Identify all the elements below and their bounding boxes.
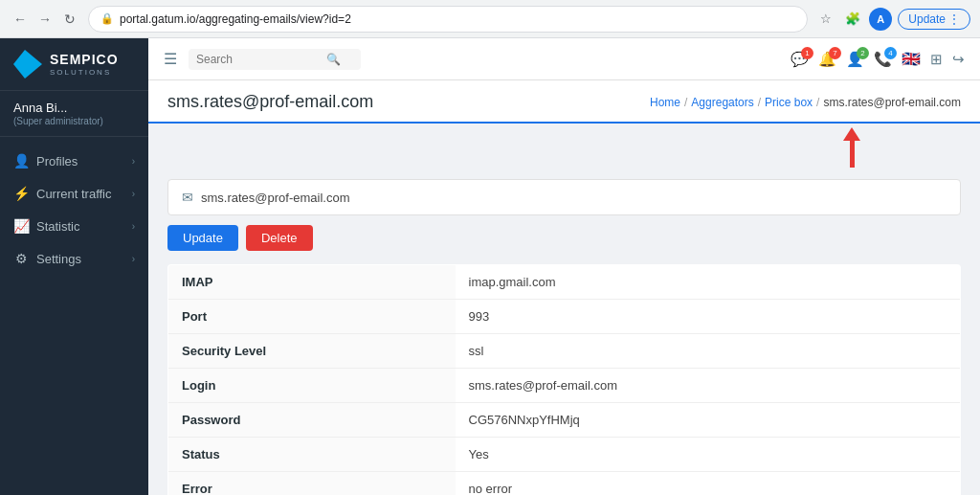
email-header-text: sms.rates@prof-email.com [201, 191, 350, 205]
email-icon: ✉ [182, 190, 193, 205]
table-row: Password CG576NNxpYfHMjq [168, 403, 961, 438]
page-header: sms.rates@prof-email.com Home / Aggregat… [148, 80, 980, 124]
settings-nav-icon: ⚙ [13, 251, 29, 266]
logo-text: SEMPICO SOLUTIONS [50, 52, 119, 77]
table-row: Error no error [168, 472, 961, 496]
address-bar[interactable]: 🔒 portal.gatum.io/aggregating-emails/vie… [88, 6, 808, 33]
chevron-icon: › [132, 221, 135, 232]
chat-count: 1 [801, 47, 813, 59]
nav-item-left: 📈 Statistic [13, 218, 80, 234]
browser-update-button[interactable]: Update ⋮ [898, 9, 970, 30]
field-value: imap.gmail.com [456, 265, 961, 300]
grid-icon[interactable]: ⊞ [930, 51, 943, 68]
person-count: 2 [857, 47, 869, 59]
table-row: IMAP imap.gmail.com [168, 265, 961, 300]
sidebar: SEMPICO SOLUTIONS Anna Bi... (Super admi… [0, 38, 148, 495]
browser-nav-buttons: ← → ↻ [10, 9, 80, 30]
table-row: Login sms.rates@prof-email.com [168, 369, 961, 403]
content-area: sms.rates@prof-email.com Home / Aggregat… [148, 80, 980, 495]
sidebar-item-settings[interactable]: ⚙ Settings › [0, 242, 148, 275]
sidebar-item-statistic[interactable]: 📈 Statistic › [0, 210, 148, 242]
nav-item-left: 👤 Profiles [13, 153, 78, 169]
field-key: Password [168, 403, 456, 438]
current-traffic-nav-icon: ⚡ [13, 186, 29, 201]
search-box[interactable]: 🔍 [189, 49, 361, 70]
field-key: Error [168, 472, 456, 496]
user-role: (Super administrator) [13, 116, 135, 126]
browser-profile-avatar[interactable]: A [869, 8, 892, 31]
field-value: no error [456, 472, 961, 496]
table-row: Security Level ssl [168, 334, 961, 369]
top-bar: ☰ 🔍 💬 1 🔔 7 👤 2 📞 [148, 38, 980, 80]
sidebar-logo: SEMPICO SOLUTIONS [0, 38, 148, 91]
field-key: Port [168, 300, 456, 334]
table-row: Status Yes [168, 438, 961, 472]
logo-sub: SOLUTIONS [50, 68, 119, 78]
sidebar-nav: 👤 Profiles › ⚡ Current traffic › 📈 Stati… [0, 137, 148, 495]
field-key: Status [168, 438, 456, 472]
refresh-button[interactable]: ↻ [59, 9, 80, 30]
browser-chrome: ← → ↻ 🔒 portal.gatum.io/aggregating-emai… [0, 0, 980, 38]
delete-button[interactable]: Delete [246, 225, 313, 251]
profiles-nav-icon: 👤 [13, 153, 29, 169]
top-bar-actions: 💬 1 🔔 7 👤 2 📞 4 🇬🇧 ⊞ ↪ [791, 50, 965, 68]
sidebar-item-profiles[interactable]: 👤 Profiles › [0, 145, 148, 177]
app-layout: SEMPICO SOLUTIONS Anna Bi... (Super admi… [0, 38, 980, 495]
arrow-head [843, 127, 860, 141]
detail-table: IMAP imap.gmail.com Port 993 Security Le… [167, 264, 961, 495]
chevron-icon: › [132, 156, 135, 167]
field-value: sms.rates@prof-email.com [456, 369, 961, 403]
field-value: ssl [456, 334, 961, 369]
field-key: IMAP [168, 265, 456, 300]
email-header-card: ✉ sms.rates@prof-email.com [167, 179, 961, 215]
arrow-annotation [843, 127, 860, 168]
table-row: Port 993 [168, 300, 961, 334]
star-icon[interactable]: ☆ [815, 9, 836, 30]
sidebar-label-statistic: Statistic [36, 219, 80, 234]
logo-icon [13, 50, 42, 79]
field-key: Login [168, 369, 456, 403]
sidebar-label-settings: Settings [36, 252, 81, 266]
breadcrumb: Home / Aggregators / Price box / sms.rat… [650, 96, 961, 109]
phone-count: 4 [884, 47, 897, 59]
update-button[interactable]: Update [167, 225, 238, 251]
action-buttons: Update Delete [167, 225, 961, 251]
breadcrumb-pricebox[interactable]: Price box [765, 96, 813, 109]
forward-button[interactable]: → [34, 9, 56, 30]
user-section: Anna Bi... (Super administrator) [0, 91, 148, 137]
content-inner: ✉ sms.rates@prof-email.com Update Delete… [148, 168, 980, 495]
chat-badge[interactable]: 💬 1 [791, 51, 809, 68]
sidebar-label-profiles: Profiles [36, 154, 78, 169]
statistic-nav-icon: 📈 [13, 218, 29, 234]
main-content: ☰ 🔍 💬 1 🔔 7 👤 2 📞 [148, 38, 980, 495]
sidebar-item-current-traffic[interactable]: ⚡ Current traffic › [0, 177, 148, 210]
back-button[interactable]: ← [10, 9, 31, 30]
alert-badge[interactable]: 🔔 7 [818, 51, 836, 68]
page-title: sms.rates@prof-email.com [167, 92, 373, 112]
breadcrumb-aggregators[interactable]: Aggregators [691, 96, 753, 109]
field-value: CG576NNxpYfHMjq [456, 403, 961, 438]
person-badge[interactable]: 👤 2 [846, 51, 864, 68]
field-value: Yes [456, 438, 961, 472]
url-text: portal.gatum.io/aggregating-emails/view?… [120, 12, 351, 26]
chevron-icon: › [132, 189, 135, 199]
extensions-icon[interactable]: 🧩 [842, 9, 863, 30]
arrow-shaft [850, 141, 855, 168]
lock-icon: 🔒 [100, 12, 114, 25]
search-input[interactable] [196, 53, 321, 66]
search-icon: 🔍 [326, 53, 341, 66]
field-key: Security Level [168, 334, 456, 369]
sidebar-label-current-traffic: Current traffic [36, 187, 112, 201]
phone-badge[interactable]: 📞 4 [874, 51, 892, 68]
browser-actions: ☆ 🧩 A Update ⋮ [815, 8, 970, 31]
chevron-icon: › [132, 254, 135, 264]
breadcrumb-home[interactable]: Home [650, 96, 680, 109]
logout-icon[interactable]: ↪ [952, 51, 965, 68]
nav-item-left: ⚙ Settings [13, 251, 81, 266]
hamburger-icon[interactable]: ☰ [164, 50, 177, 68]
nav-item-left: ⚡ Current traffic [13, 186, 112, 201]
user-name: Anna Bi... [13, 101, 135, 115]
language-flag[interactable]: 🇬🇧 [902, 50, 921, 68]
logo-name: SEMPICO [50, 52, 119, 68]
breadcrumb-current: sms.rates@prof-email.com [823, 96, 961, 109]
